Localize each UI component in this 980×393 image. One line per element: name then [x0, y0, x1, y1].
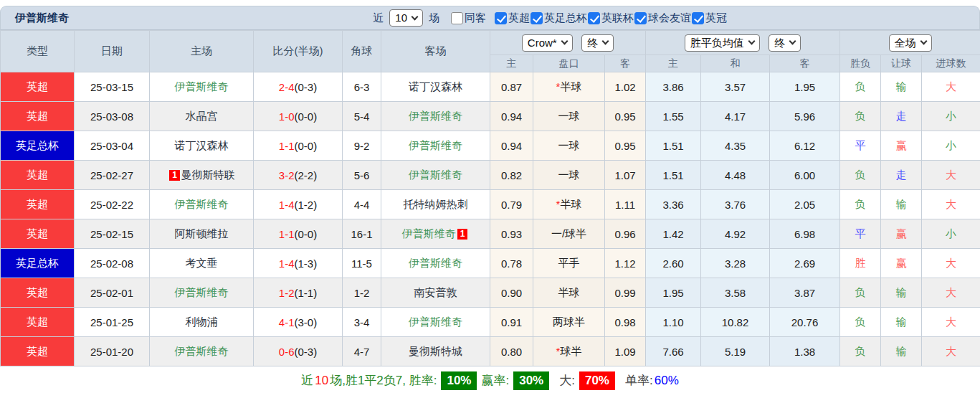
wdl-result: 负 — [840, 308, 881, 337]
avg-type-value: 胜平负均值 — [690, 37, 744, 49]
away-odds: 1.07 — [605, 161, 646, 190]
league-badge: 英足总杯 — [1, 131, 75, 161]
avg-away-odds: 20.76 — [770, 308, 840, 337]
team-name: 伊普斯维奇 — [175, 345, 229, 357]
avg-home-odds: 1.10 — [646, 308, 701, 337]
handicap-result: 输 — [881, 72, 922, 102]
home-odds: 0.80 — [490, 337, 533, 366]
scope-select[interactable]: 全场 — [889, 34, 932, 52]
recent-count-select[interactable]: 10 — [389, 9, 423, 27]
goals-result: 大 — [922, 190, 980, 219]
checkbox-checked[interactable] — [495, 12, 507, 24]
handicap-result: 输 — [881, 278, 922, 308]
avg-home-odds: 1.42 — [646, 219, 701, 249]
win-odds-rate-badge: 30% — [513, 371, 549, 390]
wdl-result: 负 — [840, 278, 881, 308]
team-name: 伊普斯维奇 — [409, 110, 462, 122]
chevron-down-icon — [748, 38, 755, 45]
full-time-score: 1-1 — [279, 140, 295, 152]
home-team-cell: 1曼彻斯特联 — [150, 161, 254, 190]
checkbox-checked[interactable] — [634, 12, 647, 24]
checkbox-unchecked[interactable] — [451, 12, 463, 24]
avg-away-odds: 6.98 — [770, 219, 840, 249]
away-odds: 0.95 — [605, 131, 646, 161]
col-header-away: 客场 — [381, 31, 490, 72]
checkbox-checked[interactable] — [531, 12, 543, 24]
avg-away-odds: 5.96 — [770, 102, 840, 131]
avg-time-value: 终 — [774, 37, 785, 49]
avg-away-odds: 6.12 — [770, 131, 840, 161]
handicap-text: 一球 — [558, 169, 580, 181]
avg-type-select[interactable]: 胜平负均值 — [685, 34, 760, 52]
handicap-result: 输 — [881, 190, 922, 219]
handicap-result: 走 — [881, 161, 922, 190]
handicap-cell: 一/球半 — [533, 219, 605, 249]
match-date: 25-02-15 — [75, 219, 150, 249]
away-odds: 0.96 — [605, 219, 646, 249]
handicap-cell: *球半 — [533, 337, 605, 366]
avg-draw-odds: 5.19 — [701, 337, 770, 366]
handicap-cell: 平手 — [533, 249, 605, 278]
games-label: 场 — [429, 11, 439, 25]
chevron-down-icon — [602, 38, 609, 45]
score-cell: 3-2(2-2) — [254, 161, 343, 190]
team-name: 托特纳姆热刺 — [404, 198, 468, 210]
team-name: 伊普斯维奇 — [409, 139, 462, 151]
chevron-down-icon — [561, 38, 568, 45]
full-time-score: 4-1 — [279, 316, 295, 328]
corner-score: 6-3 — [343, 72, 381, 102]
sub-header-goals: 进球数 — [922, 55, 980, 72]
match-date: 25-02-22 — [75, 190, 150, 219]
home-odds: 0.82 — [490, 161, 533, 190]
avg-draw-odds: 4.35 — [701, 131, 770, 161]
checkbox-checked[interactable] — [588, 12, 600, 24]
wdl-result: 负 — [840, 190, 881, 219]
filter-4: 球会友谊 — [634, 11, 691, 25]
match-date: 25-03-08 — [75, 102, 150, 131]
team-name: 利物浦 — [186, 316, 218, 328]
page-title: 伊普斯维奇 — [15, 11, 69, 25]
team-name: 考文垂 — [186, 257, 218, 269]
odds-company-group: Crow* 终 — [490, 31, 646, 55]
score-cell: 4-1(3-0) — [254, 308, 343, 337]
away-odds: 0.99 — [605, 278, 646, 308]
league-badge: 英超 — [1, 278, 75, 308]
sub-header-crow-home: 主 — [490, 55, 533, 72]
home-odds: 0.93 — [490, 219, 533, 249]
league-badge: 英超 — [1, 308, 75, 337]
handicap-result: 输 — [881, 308, 922, 337]
team-name: 曼彻斯特城 — [409, 345, 462, 357]
odds-company-select[interactable]: Crow* — [522, 34, 573, 52]
summary-record: 场,胜1平2负7, 胜率: — [330, 372, 437, 389]
away-team-cell: 伊普斯维奇1 — [381, 219, 490, 249]
score-cell: 1-0(0-0) — [254, 102, 343, 131]
avg-away-odds: 1.95 — [770, 72, 840, 102]
match-table: 类型 日期 主场 比分(半场) 角球 客场 Crow* 终 — [0, 30, 980, 366]
avg-time-select[interactable]: 终 — [769, 34, 801, 52]
handicap-text: 一球 — [558, 139, 580, 151]
checkbox-checked[interactable] — [692, 12, 704, 24]
team-name: 伊普斯维奇 — [175, 286, 229, 298]
handicap-result: 赢 — [881, 219, 922, 249]
avg-draw-odds: 3.57 — [701, 72, 770, 102]
avg-draw-odds: 3.76 — [701, 190, 770, 219]
full-time-score: 1-1 — [279, 228, 295, 240]
odds-time-select[interactable]: 终 — [581, 34, 614, 52]
home-team-cell: 伊普斯维奇 — [150, 337, 254, 366]
league-badge: 英超 — [1, 102, 75, 131]
corner-score: 1-2 — [343, 278, 381, 308]
full-time-score: 1-4 — [279, 199, 295, 211]
sub-header-crow-away: 客 — [605, 55, 646, 72]
match-table-body: 英超25-03-15伊普斯维奇2-4(0-3)6-3诺丁汉森林0.87*半球1.… — [1, 72, 980, 366]
col-header-home: 主场 — [150, 31, 254, 72]
team-name: 南安普敦 — [414, 286, 457, 298]
team-name: 曼彻斯特联 — [181, 169, 235, 181]
league-badge: 英超 — [1, 190, 75, 219]
home-odds: 0.87 — [490, 72, 533, 102]
red-card-marker: 1 — [457, 229, 468, 240]
handicap-text: 一/球半 — [551, 227, 586, 240]
sub-header-avg-draw: 和 — [701, 55, 770, 72]
team-name: 伊普斯维奇 — [409, 169, 462, 181]
handicap-cell: *半球 — [533, 72, 605, 102]
home-odds: 0.90 — [490, 278, 533, 308]
